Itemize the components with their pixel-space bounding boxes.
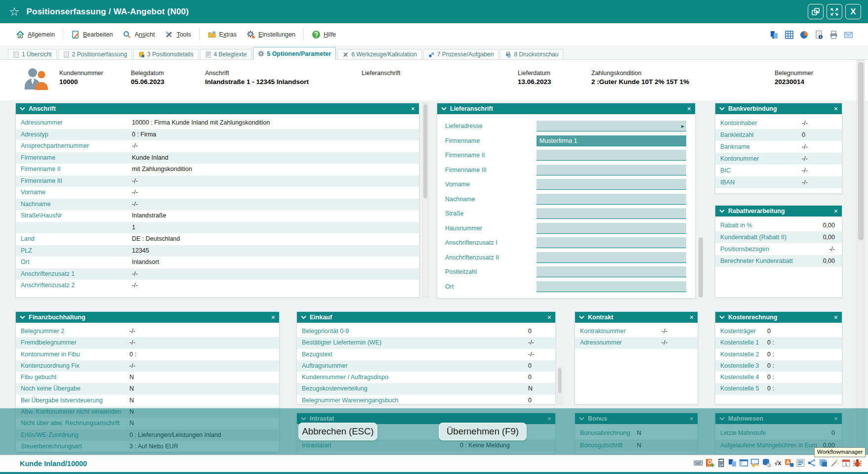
bug-icon[interactable] xyxy=(853,458,862,468)
swap-icon[interactable] xyxy=(728,458,737,468)
close-icon[interactable] xyxy=(547,314,551,321)
chevron-down-icon[interactable] xyxy=(301,315,306,319)
tab-positionserfassung[interactable]: 2 Positionserfassung xyxy=(58,49,132,59)
field-row: Adressnummer10000 : Firma Kunde Inland m… xyxy=(16,117,419,129)
field-label: Adresstyp xyxy=(21,129,48,141)
close-icon[interactable] xyxy=(834,105,838,112)
chevron-down-icon[interactable] xyxy=(579,315,584,319)
translate-icon[interactable] xyxy=(785,458,794,468)
field-label: Anschriftenzusatz I xyxy=(445,239,497,246)
close-icon[interactable] xyxy=(834,314,838,321)
input-field-row: Postleitzahl xyxy=(437,265,695,280)
anschrift-scrollbar[interactable] xyxy=(422,103,428,298)
menu-item-bearbeiten[interactable]: Bearbeiten xyxy=(66,28,118,42)
favorite-star-icon[interactable]: ☆ xyxy=(9,6,20,18)
chevron-down-icon[interactable] xyxy=(20,315,25,319)
apply-button[interactable]: Übernehmen (F9) xyxy=(439,423,527,440)
panel-einkauf: Einkauf Belegpriorität 0-90Bestätigter L… xyxy=(296,311,556,404)
text-input[interactable]: Musterfirma 1 xyxy=(537,135,686,146)
menu-item-extras[interactable]: Extras xyxy=(203,28,242,42)
menu-item-allgemein[interactable]: Allgemein xyxy=(11,28,60,42)
field-label: Kostenstelle 5 xyxy=(720,383,759,394)
close-icon[interactable] xyxy=(690,314,694,321)
chevron-down-icon[interactable] xyxy=(719,107,725,111)
text-input[interactable] xyxy=(537,150,686,161)
menu-item-einstellungen[interactable]: Einstellungen xyxy=(242,28,300,42)
magic-wand-icon[interactable] xyxy=(830,458,839,468)
pie-chart-icon[interactable] xyxy=(799,30,809,40)
text-input[interactable] xyxy=(537,165,686,175)
swap-pages-icon[interactable] xyxy=(770,30,779,40)
header-field-kundennummer: Kundennummer10000 xyxy=(59,70,103,86)
calculator-icon[interactable] xyxy=(716,458,726,468)
tab-druckvorschau[interactable]: 8 Druckvorschau xyxy=(500,49,563,59)
input-field-row: Straße xyxy=(437,207,695,221)
chevron-down-icon[interactable] xyxy=(719,315,725,319)
field-label: Kostenstelle 2 xyxy=(720,349,759,360)
field-label: Bezugskostenverteilung xyxy=(302,383,368,394)
list-view-icon[interactable] xyxy=(796,458,805,468)
layers-icon[interactable] xyxy=(819,458,828,468)
contacts-book-icon[interactable] xyxy=(705,458,714,468)
panel-kostenrechnung: Kostenrechnung Kostenträger0Kostenstelle… xyxy=(715,311,842,404)
tab-positionsdetails[interactable]: 3 Positionsdetails xyxy=(133,49,198,59)
popout-window-button[interactable] xyxy=(808,4,824,19)
tab-werkzeuge-kalkulation[interactable]: 6 Werkzeuge/Kalkulation xyxy=(337,49,422,59)
calendar-icon[interactable]: 1 xyxy=(841,458,851,468)
field-value: 0 : xyxy=(129,349,136,360)
tab-uebersicht[interactable]: 1 Übersicht xyxy=(8,49,57,59)
edit-icon xyxy=(71,30,80,39)
text-input[interactable] xyxy=(537,194,686,205)
text-input[interactable] xyxy=(537,179,686,190)
panel-title: Einkauf xyxy=(310,314,544,321)
text-input[interactable] xyxy=(537,252,686,263)
text-input[interactable] xyxy=(537,237,686,248)
tab-belegtexte[interactable]: 4 Belegtexte xyxy=(200,49,252,59)
field-value: -/- xyxy=(132,268,138,280)
field-row: Ansprechpartnernummer-/- xyxy=(16,140,419,152)
text-input[interactable] xyxy=(537,208,686,219)
close-icon[interactable] xyxy=(411,105,415,112)
document-info-icon[interactable] xyxy=(814,30,824,40)
text-input[interactable] xyxy=(537,281,686,292)
close-icon[interactable] xyxy=(687,105,691,112)
menu-item-hilfe[interactable]: Hilfe xyxy=(307,28,341,42)
field-value: 10000 : Firma Kunde Inland mit Zahlungsk… xyxy=(132,117,270,129)
field-row: Vorname-/- xyxy=(16,187,419,199)
tab-optionen-parameter[interactable]: 5 Optionen/Parameter xyxy=(253,47,336,60)
panel-fields: LieferadresseFirmennameMusterfirma 1Firm… xyxy=(437,114,695,294)
window-panel-icon[interactable] xyxy=(739,458,748,468)
title-bar: ☆ Positionserfassung / WA-Angebot (N00) … xyxy=(0,0,868,23)
lieferanschrift-scrollbar[interactable] xyxy=(699,237,703,298)
keyboard-icon[interactable] xyxy=(694,458,703,468)
printer-icon[interactable] xyxy=(829,30,838,40)
page-scrollbar[interactable] xyxy=(857,60,865,455)
field-label: Kostenstelle 1 xyxy=(720,337,759,348)
chevron-down-icon[interactable] xyxy=(20,107,25,111)
field-value: 0 xyxy=(528,360,532,372)
close-window-button[interactable]: X xyxy=(845,4,861,19)
mail-icon[interactable] xyxy=(844,30,853,40)
menu-item-tools[interactable]: Tools xyxy=(160,28,196,42)
close-icon[interactable] xyxy=(834,208,838,215)
menu-item-ansicht[interactable]: Ansicht xyxy=(118,28,160,42)
close-icon[interactable] xyxy=(271,314,275,321)
formula-sqrt-icon[interactable]: √x xyxy=(773,458,783,468)
cancel-button[interactable]: Abbrechen (ESC) xyxy=(298,423,377,440)
maximize-button[interactable] xyxy=(827,4,842,19)
field-label: Bei Übergabe Istversteuerung xyxy=(21,395,103,406)
field-label: Vorname xyxy=(445,181,470,188)
text-input[interactable] xyxy=(537,223,686,234)
field-row: Kostenstelle 40 : xyxy=(715,372,842,383)
einkauf-scrollbar[interactable] xyxy=(557,367,562,404)
text-input[interactable] xyxy=(537,266,686,277)
chevron-down-icon[interactable] xyxy=(719,209,725,213)
field-label: Firmenname III xyxy=(21,175,62,187)
text-input[interactable] xyxy=(537,121,686,131)
window-key-icon[interactable] xyxy=(750,458,760,468)
share-network-icon[interactable] xyxy=(807,458,817,468)
tab-prozesse-aufgaben[interactable]: 7 Prozesse/Aufgaben xyxy=(423,49,499,59)
chevron-down-icon[interactable] xyxy=(441,107,447,111)
table-grid-icon[interactable] xyxy=(785,30,794,40)
database-sync-icon[interactable] xyxy=(762,458,771,468)
